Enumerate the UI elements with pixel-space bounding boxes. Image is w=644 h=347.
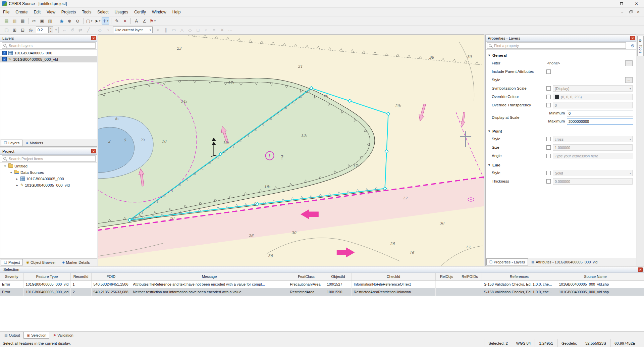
- bottom-tab-output[interactable]: ▤Output: [1, 332, 23, 339]
- menu-select[interactable]: Select: [94, 8, 111, 16]
- project-tab-project[interactable]: ❏Project: [1, 259, 23, 265]
- table-row[interactable]: Error101GB00400005_000_vld1540,583246451…: [0, 280, 644, 288]
- table-row[interactable]: Error101GB00400005_000_vld2540,213512563…: [0, 288, 644, 296]
- minimize-button[interactable]: [599, 0, 614, 7]
- zoom-in-icon[interactable]: ⊕: [66, 17, 73, 24]
- column-header-relfoids[interactable]: RelFOIDs: [458, 273, 482, 280]
- menu-window[interactable]: Window: [149, 8, 169, 16]
- override-transparency-checkbox[interactable]: [546, 103, 551, 107]
- mdi-close-button[interactable]: ✕: [635, 9, 642, 15]
- menu-edit[interactable]: Edit: [31, 8, 44, 16]
- menu-tools[interactable]: Tools: [79, 8, 94, 16]
- project-tab-object-browser[interactable]: ◉Object Browser: [23, 259, 59, 265]
- layers-tab-markers[interactable]: ◈Markers: [23, 140, 46, 146]
- properties-tab-properties-layers[interactable]: ❏Properties - Layers: [486, 258, 528, 265]
- open-file-icon[interactable]: ▥: [11, 17, 18, 24]
- zoom-out-icon[interactable]: ⊖: [74, 17, 82, 24]
- layer-item[interactable]: ✓✎101GB00400005_000_vld: [0, 56, 97, 62]
- section-point[interactable]: ▼ Point: [486, 128, 636, 135]
- tree-item-101gb00400005-000[interactable]: ▸101GB00400005_000: [0, 176, 97, 182]
- column-header-severity[interactable]: Severity: [0, 273, 23, 280]
- pan-hand-icon-dropdown[interactable]: ▾: [107, 19, 108, 22]
- copy-icon[interactable]: ▣: [38, 17, 46, 24]
- select-rectangle-icon[interactable]: ▢: [3, 26, 10, 34]
- properties-tab-attributes-101gb00400005-000-vld[interactable]: ▦Attributes - 101GB00400005_000_vld: [528, 258, 601, 265]
- close-layers-panel-button[interactable]: ✕: [91, 36, 96, 40]
- layers-tab-layers[interactable]: ❏Layers: [1, 140, 22, 146]
- column-header-source-name[interactable]: Source Name: [557, 273, 634, 280]
- column-header-objectid[interactable]: ObjectId: [325, 273, 352, 280]
- tree-item-101gb00400005-000-vld[interactable]: ▸✎101GB00400005_000_vld: [0, 182, 97, 188]
- maximum-input[interactable]: [567, 118, 633, 125]
- scale-indicator[interactable]: 1:24951: [535, 339, 557, 347]
- tolerance-decrement-button[interactable]: ▼: [49, 30, 53, 33]
- menu-projects[interactable]: Projects: [58, 8, 79, 16]
- line-style-checkbox[interactable]: [546, 171, 551, 175]
- flag-icon[interactable]: ⚑▾: [149, 17, 157, 24]
- layer-mode-combo[interactable]: Use current layer ▾: [113, 27, 153, 33]
- bottom-tab-validation[interactable]: ⚑Validation: [50, 332, 76, 339]
- zoom-window-icon[interactable]: ▢▾: [85, 17, 93, 24]
- menu-certify[interactable]: Certify: [131, 8, 149, 16]
- column-header-message[interactable]: Message: [131, 273, 288, 280]
- redraw-globe-icon[interactable]: ◉: [58, 17, 65, 24]
- close-project-panel-button[interactable]: ✕: [91, 149, 96, 153]
- new-file-icon[interactable]: ▤: [3, 17, 10, 24]
- paste-icon[interactable]: ▥: [46, 17, 54, 24]
- menu-create[interactable]: Create: [12, 8, 31, 16]
- save-file-icon[interactable]: ▦: [19, 17, 26, 24]
- tools-tab[interactable]: ⚙ Tools: [637, 36, 644, 56]
- line-thickness-checkbox[interactable]: [546, 179, 551, 184]
- mdi-restore-button[interactable]: [627, 9, 634, 15]
- layer-visibility-checkbox[interactable]: ✓: [2, 57, 7, 61]
- restore-button[interactable]: [614, 0, 629, 7]
- column-header-checkid[interactable]: CheckId: [352, 273, 435, 280]
- minimum-input[interactable]: [567, 110, 633, 116]
- style-browse-button[interactable]: ...: [625, 77, 633, 83]
- tolerance-increment-button[interactable]: ▲: [49, 27, 53, 30]
- close-button[interactable]: ✕: [629, 0, 644, 7]
- text-label-icon[interactable]: A: [132, 17, 140, 24]
- column-header-featclass[interactable]: FeatClass: [288, 273, 325, 280]
- close-selection-panel-button[interactable]: ✕: [638, 267, 643, 272]
- property-search-input[interactable]: [487, 42, 626, 49]
- menu-help[interactable]: Help: [169, 8, 184, 16]
- filter-browse-button[interactable]: ...: [625, 60, 633, 66]
- include-parent-attributes-checkbox[interactable]: [546, 69, 551, 74]
- tolerance-input[interactable]: [36, 27, 49, 33]
- cut-icon[interactable]: ✂: [30, 17, 38, 24]
- pan-hand-icon[interactable]: ✛▾: [102, 17, 109, 24]
- select-add-icon[interactable]: ⊞: [11, 26, 18, 34]
- layer-visibility-checkbox[interactable]: ✓: [2, 51, 7, 55]
- bottom-tab-selection[interactable]: ▣Selection: [23, 332, 49, 339]
- override-colour-checkbox[interactable]: [546, 95, 551, 99]
- tree-expander-icon[interactable]: ▸: [15, 184, 19, 187]
- select-pointer-icon-dropdown[interactable]: ▾: [99, 19, 100, 22]
- tree-expander-icon[interactable]: ▸: [15, 177, 19, 181]
- tree-item-untitled[interactable]: ▾Untitled: [0, 163, 97, 169]
- column-header-relobjs[interactable]: RelObjs: [435, 273, 458, 280]
- map-viewport[interactable]: 232117₅14₃8₂7₄251010₆13₅2020₂16₆17₇20223…: [98, 35, 484, 266]
- point-style-checkbox[interactable]: [546, 137, 551, 141]
- menu-view[interactable]: View: [44, 8, 58, 16]
- close-properties-panel-button[interactable]: ✕: [630, 36, 635, 40]
- menu-usages[interactable]: Usages: [112, 8, 131, 16]
- tree-expander-icon[interactable]: ▾: [9, 171, 13, 174]
- section-general[interactable]: ▼ General: [486, 52, 636, 59]
- point-size-checkbox[interactable]: [546, 145, 551, 150]
- section-line[interactable]: ▼ Line: [486, 161, 636, 169]
- tree-item-data-sources[interactable]: ▾Data Sources: [0, 169, 97, 176]
- mdi-minimize-button[interactable]: –: [619, 9, 626, 15]
- gear-icon[interactable]: ⚙: [631, 43, 635, 48]
- menu-file[interactable]: File: [0, 8, 12, 16]
- tree-expander-icon[interactable]: ▾: [3, 164, 7, 168]
- angle-measure-icon[interactable]: ∠: [141, 17, 148, 24]
- column-header-foid[interactable]: FOID: [91, 273, 131, 280]
- point-angle-checkbox[interactable]: [546, 154, 551, 158]
- layers-search-input[interactable]: [2, 42, 96, 49]
- crs-indicator[interactable]: WGS 84: [512, 339, 535, 347]
- symbolization-scale-checkbox[interactable]: [546, 86, 551, 91]
- tolerance-dropdown-icon[interactable]: ▾: [55, 29, 57, 32]
- column-header-recordid[interactable]: RecordId: [70, 273, 91, 280]
- delete-icon[interactable]: ✕: [121, 17, 129, 24]
